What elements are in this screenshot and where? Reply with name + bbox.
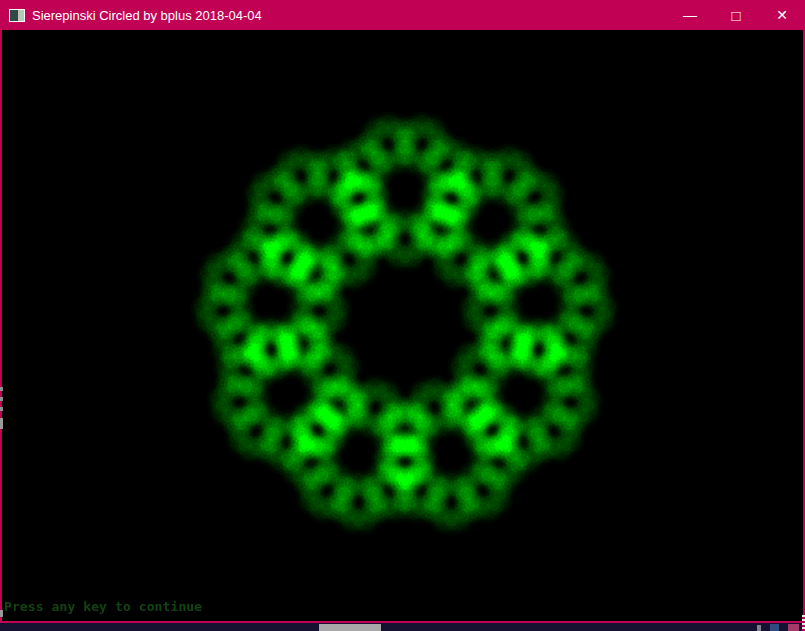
close-button[interactable]: ✕ bbox=[759, 0, 805, 30]
taskbar bbox=[0, 623, 805, 631]
client-area[interactable]: Press any key to continue bbox=[2, 30, 803, 621]
fractal-canvas bbox=[2, 30, 803, 621]
border-artifact bbox=[0, 418, 3, 429]
border-artifact bbox=[0, 387, 3, 391]
app-icon bbox=[9, 9, 25, 22]
app-icon-left-pane bbox=[10, 10, 18, 21]
tray-icon[interactable] bbox=[757, 625, 761, 631]
titlebar: Sierepinski Circled by bplus 2018-04-04 … bbox=[0, 0, 805, 30]
border-artifact bbox=[0, 397, 3, 401]
minimize-button[interactable]: — bbox=[667, 0, 713, 34]
tray-icon[interactable] bbox=[770, 624, 779, 631]
app-icon-right-pane bbox=[18, 10, 24, 21]
taskbar-window-button[interactable] bbox=[319, 624, 381, 631]
window-controls: — □ ✕ bbox=[667, 0, 805, 30]
window-border-left bbox=[0, 30, 2, 623]
maximize-button[interactable]: □ bbox=[713, 0, 759, 30]
border-artifact bbox=[0, 610, 3, 617]
border-artifact bbox=[0, 407, 3, 411]
tray-icon[interactable] bbox=[788, 624, 799, 631]
window-title: Sierepinski Circled by bplus 2018-04-04 bbox=[32, 8, 262, 23]
press-any-key-prompt: Press any key to continue bbox=[4, 599, 202, 614]
